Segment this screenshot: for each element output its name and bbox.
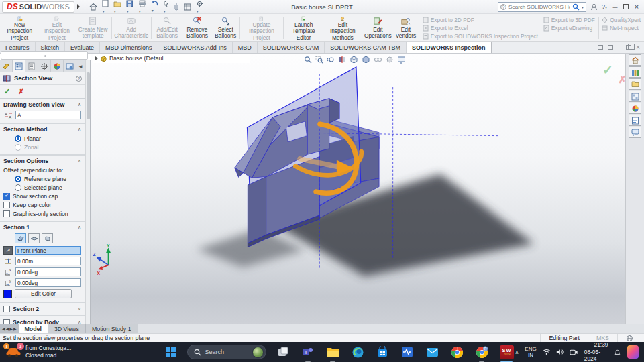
start-button[interactable] [162, 344, 178, 360]
keep-cap-color-checkbox[interactable] [3, 202, 10, 208]
net-inspect-button[interactable]: Net-Inspect [602, 25, 641, 32]
y-rotation-input[interactable] [15, 278, 81, 287]
hide-show-items-icon[interactable] [374, 56, 382, 63]
remove-balloons-button[interactable]: Remove Balloons [182, 15, 213, 41]
section-by-body-checkbox[interactable] [3, 319, 10, 324]
help-search-box[interactable] [498, 2, 586, 12]
selected-plane-radio[interactable] [15, 184, 21, 191]
tab-solidworks-cam-tbm[interactable]: SOLIDWORKS CAM TBM [325, 42, 407, 53]
search-dropdown-icon[interactable] [582, 3, 584, 10]
mail-icon[interactable] [424, 344, 440, 360]
reference-plane-input[interactable] [15, 246, 81, 255]
expand-tree-icon[interactable] [95, 56, 98, 60]
chevron-down-icon[interactable] [78, 306, 81, 312]
confirm-check-icon[interactable] [602, 62, 613, 78]
motion-study-tab[interactable]: Motion Study 1 [86, 324, 138, 333]
file-explorer-icon[interactable] [629, 78, 641, 90]
tab-mbd[interactable]: MBD [233, 42, 258, 53]
user-account-icon[interactable] [590, 3, 598, 11]
ok-button[interactable] [4, 87, 10, 96]
configuration-manager-tab[interactable] [25, 60, 38, 72]
section-view-tool-icon[interactable] [338, 56, 346, 64]
taskbar-search-box[interactable]: Search [187, 345, 266, 359]
close-button[interactable] [633, 3, 641, 11]
graphics-only-section-option[interactable]: Graphics-only section [0, 210, 85, 218]
x-rotation-input[interactable] [15, 267, 81, 276]
show-section-cap-checkbox[interactable] [3, 193, 10, 200]
camera-icon[interactable] [570, 349, 578, 356]
dimxpert-manager-tab[interactable] [38, 60, 51, 72]
tab-nav-arrows[interactable]: ◀◀▶▶ [0, 324, 19, 333]
tab-mbd-dimensions[interactable]: MBD Dimensions [100, 42, 158, 53]
planar-option[interactable]: Planar [0, 135, 85, 143]
zoom-fit-icon[interactable] [304, 56, 312, 64]
chevron-up-icon[interactable] [78, 127, 81, 132]
home-icon[interactable] [89, 3, 97, 11]
inspection-manager-tab[interactable] [64, 60, 76, 72]
doc-tile-icon[interactable] [598, 45, 603, 50]
hidden-icons-chevron[interactable] [515, 349, 519, 355]
chevron-up-icon[interactable] [78, 158, 81, 164]
doc-close-button[interactable] [636, 44, 640, 51]
cancel-x-icon[interactable] [618, 74, 625, 86]
planar-radio[interactable] [15, 135, 21, 142]
section-label-input[interactable] [15, 111, 81, 119]
forum-icon[interactable] [629, 127, 641, 138]
keep-cap-color-option[interactable]: Keep cap color [0, 201, 85, 209]
drawing-section-view-header[interactable]: Drawing Section View [0, 99, 85, 109]
create-new-template-button[interactable]: Create New template [75, 15, 110, 41]
logo-flyout-arrow-icon[interactable] [77, 4, 80, 9]
custom-properties-icon[interactable] [629, 115, 641, 126]
ms-store-icon[interactable] [374, 344, 390, 360]
view-settings-icon[interactable] [397, 56, 406, 64]
reference-plane-option[interactable]: Reference plane [0, 175, 85, 183]
help-search-input[interactable] [508, 4, 570, 10]
export-3d-pdf-button[interactable]: Export to 3D PDF [543, 17, 595, 23]
chrome-icon[interactable] [449, 344, 465, 360]
tab-scroll-left-icon[interactable]: ◀ [76, 60, 85, 72]
design-library-icon[interactable] [629, 66, 641, 78]
new-inspection-project-button[interactable]: New Inspection Project [1, 15, 38, 41]
feature-manager-tab[interactable] [0, 60, 13, 72]
chrome-profile-icon[interactable]: P [474, 344, 490, 360]
section-options-header[interactable]: Section Options [0, 156, 85, 166]
zonal-radio[interactable] [15, 144, 21, 151]
doc-minimize-button[interactable] [618, 44, 621, 51]
wifi-icon[interactable] [543, 348, 551, 356]
edit-inspection-project-button[interactable]: Edit Inspection Project [38, 15, 75, 41]
qualityxpert-button[interactable]: QualityXpert [602, 17, 641, 23]
first-tab-icon[interactable]: ◀ [2, 326, 5, 331]
status-sphere-icon[interactable] [617, 334, 641, 342]
open-document-icon[interactable] [113, 0, 121, 14]
notification-toast[interactable]: 1 from Conestoga... Closed road [0, 345, 103, 359]
section-method-header[interactable]: Section Method [0, 124, 85, 134]
section-1-header[interactable]: Section 1 [0, 222, 85, 232]
edit-color-button[interactable]: Edit Color [15, 289, 72, 298]
health-pulse-app-icon[interactable] [399, 344, 415, 360]
chevron-up-icon[interactable] [78, 102, 81, 107]
show-section-cap-option[interactable]: Show section cap [0, 192, 85, 200]
reverse-direction-button[interactable] [3, 246, 13, 255]
export-excel-button[interactable]: Export to Excel [423, 25, 538, 32]
xy-plane-button[interactable] [15, 233, 26, 243]
model-3d-view[interactable]: Y Z X [91, 54, 625, 324]
section-cap-color-swatch[interactable] [3, 290, 12, 298]
rebuild-icon[interactable] [184, 3, 191, 11]
tab-solidworks-add-ins[interactable]: SOLIDWORKS Add-Ins [158, 42, 233, 53]
panel-scrollbar-thumb[interactable] [87, 72, 90, 119]
task-view-icon[interactable] [275, 344, 291, 360]
edit-appearance-icon[interactable] [386, 56, 394, 64]
print-icon[interactable] [138, 0, 146, 14]
appearances-icon[interactable] [629, 103, 641, 114]
cancel-button[interactable] [18, 88, 23, 95]
launch-template-editor-button[interactable]: Launch Template Editor [284, 15, 323, 41]
panel-help-icon[interactable] [76, 76, 82, 82]
edit-inspection-methods-button[interactable]: Edit Inspection Methods [323, 15, 363, 41]
display-manager-tab[interactable] [51, 60, 64, 72]
export-2d-pdf-button[interactable]: Export to 2D PDF [423, 17, 538, 23]
graphics-only-section-checkbox[interactable] [3, 210, 10, 217]
zoom-area-icon[interactable] [315, 56, 323, 64]
display-style-icon[interactable] [362, 56, 370, 64]
previous-view-icon[interactable] [327, 56, 335, 64]
selected-plane-option[interactable]: Selected plane [0, 184, 85, 192]
